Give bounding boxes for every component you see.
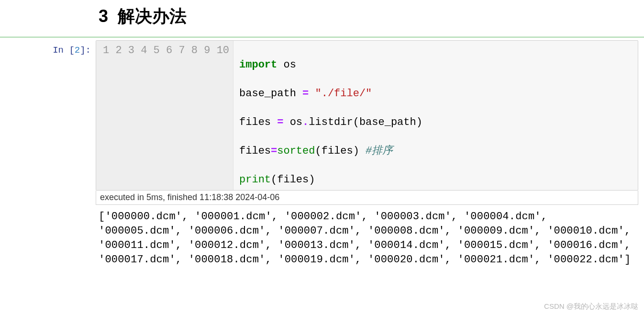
prompt-suffix: ]:: [80, 45, 91, 56]
line-gutter: 1 2 3 4 5 6 7 8 9 10: [96, 41, 233, 190]
keyword-import: import: [239, 59, 277, 71]
code-input-area[interactable]: 1 2 3 4 5 6 7 8 9 10 import os base_path…: [96, 40, 638, 191]
execution-timing: executed in 5ms, finished 11:18:38 2024-…: [96, 191, 638, 205]
code-cell: In [2]: 1 2 3 4 5 6 7 8 9 10 import os b…: [0, 37, 644, 270]
code-editor[interactable]: import os base_path = "./file/" files = …: [233, 41, 428, 190]
heading-number: 3: [99, 6, 108, 26]
heading-title: 解决办法: [118, 6, 187, 26]
cell-main: 1 2 3 4 5 6 7 8 9 10 import os base_path…: [96, 40, 644, 270]
input-prompt: In [2]:: [0, 40, 96, 56]
heading-row: 3 解决办法: [0, 0, 644, 37]
section-heading: 3 解决办法: [99, 5, 644, 28]
cell-output: ['000000.dcm', '000001.dcm', '000002.dcm…: [96, 205, 638, 270]
prompt-prefix: In [: [53, 45, 75, 56]
notebook-container: 3 解决办法 In [2]: 1 2 3 4 5 6 7 8 9 10 impo…: [0, 0, 644, 270]
prompt-count: 2: [75, 45, 80, 56]
builtin-print: print: [239, 174, 271, 186]
